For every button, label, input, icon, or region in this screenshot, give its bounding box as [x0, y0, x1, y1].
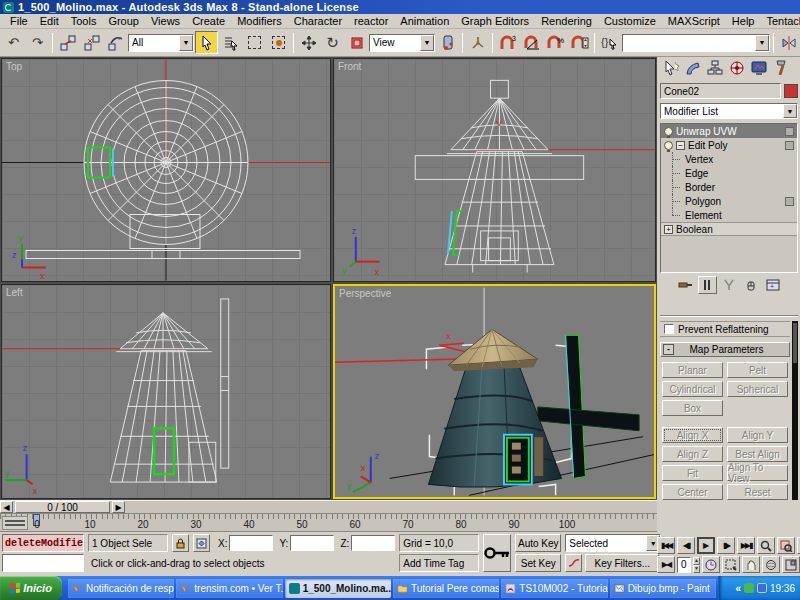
listener-output-line[interactable]: deleteModifie — [2, 534, 84, 552]
modify-tab-icon[interactable] — [682, 58, 703, 78]
modifier-color-box[interactable] — [785, 127, 794, 136]
taskbar-item-folder[interactable]: Tutorial Pere comas 3d — [393, 579, 499, 598]
motion-tab-icon[interactable] — [726, 58, 747, 78]
menu-group[interactable]: Group — [102, 15, 145, 27]
spherical-button[interactable]: Spherical — [727, 381, 788, 397]
align-to-view-button[interactable]: Align To View — [727, 465, 788, 481]
viewport-perspective-label[interactable]: Perspective — [339, 288, 391, 299]
reference-coordinate-dropdown[interactable]: View ▼ — [369, 34, 435, 52]
visibility-bulb-icon[interactable] — [664, 127, 673, 136]
track-bar[interactable]: 0 10 20 30 40 50 60 70 80 90 100 — [0, 514, 657, 532]
menu-modifiers[interactable]: Modifiers — [231, 15, 288, 27]
taskbar-item-forum-notification[interactable]: Notificación de resp... — [68, 579, 174, 598]
stack-subitem-edge[interactable]: Edge — [661, 166, 797, 180]
stack-subitem-vertex[interactable]: Vertex — [661, 152, 797, 166]
spinner-snap-icon[interactable] — [568, 31, 591, 54]
best-align-button[interactable]: Best Align — [727, 446, 788, 462]
zoom-all-icon[interactable] — [777, 537, 795, 554]
utilities-tab-icon[interactable] — [770, 58, 791, 78]
named-selection-sets-icon[interactable]: {} — [598, 31, 621, 54]
default-in-out-tangent-icon[interactable] — [565, 554, 582, 572]
cylindrical-button[interactable]: Cylindrical — [662, 381, 723, 397]
x-coordinate-field[interactable] — [229, 535, 273, 551]
chevron-down-icon[interactable]: ▼ — [420, 35, 434, 51]
map-parameters-rollout-header[interactable]: - Map Parameters — [660, 342, 790, 357]
chevron-down-icon[interactable]: ▼ — [783, 104, 797, 118]
set-keys-key-icon[interactable] — [483, 534, 511, 572]
make-unique-icon[interactable] — [720, 276, 739, 294]
absolute-mode-transform-icon[interactable] — [193, 534, 210, 552]
menu-create[interactable]: Create — [186, 15, 231, 27]
min-max-toggle-icon[interactable] — [782, 556, 800, 573]
menu-file[interactable]: File — [4, 15, 34, 27]
rectangular-selection-region-icon[interactable] — [243, 31, 266, 54]
panel-scrollbar[interactable] — [792, 321, 798, 500]
align-y-button[interactable]: Align Y — [727, 427, 788, 443]
create-tab-icon[interactable] — [660, 58, 681, 78]
start-button[interactable]: Inicio — [0, 576, 62, 600]
region-zoom-icon[interactable] — [722, 556, 740, 573]
add-time-tag[interactable]: Add Time Tag — [399, 554, 479, 572]
select-and-move-icon[interactable] — [297, 31, 320, 54]
previous-frame-icon[interactable]: ◀▮ — [677, 537, 695, 554]
expand-icon[interactable]: + — [664, 225, 673, 234]
collapse-rollout-icon[interactable]: - — [663, 344, 674, 355]
tray-network-icon[interactable] — [757, 583, 767, 593]
listener-input-line[interactable] — [2, 554, 84, 572]
menu-character[interactable]: Character — [288, 15, 348, 27]
pelt-button[interactable]: Pelt — [727, 362, 788, 378]
taskbar-item-trensim[interactable]: trensim.com • Ver T... — [176, 579, 282, 598]
next-frame-icon[interactable]: ▮▶ — [717, 537, 735, 554]
align-x-button[interactable]: Align X — [662, 427, 723, 443]
time-slider-button[interactable]: 0 / 100 — [15, 501, 110, 513]
stack-subitem-border[interactable]: Border — [661, 180, 797, 194]
menu-customize[interactable]: Customize — [598, 15, 662, 27]
viewport-left[interactable]: Left — [1, 284, 331, 499]
select-by-name-icon[interactable] — [219, 31, 242, 54]
play-animation-icon[interactable]: ▶ — [697, 537, 715, 554]
angle-snap-icon[interactable] — [520, 31, 543, 54]
named-selection-dropdown[interactable]: ▼ — [622, 34, 770, 52]
taskbar-item-paint[interactable]: Dibujo.bmp - Paint — [610, 579, 716, 598]
prevent-reflattening-checkbox[interactable] — [664, 324, 674, 334]
menu-maxscript[interactable]: MAXScript — [662, 15, 726, 27]
viewport-perspective[interactable]: Perspective — [333, 284, 656, 499]
box-button[interactable]: Box — [662, 400, 723, 416]
selection-lock-icon[interactable] — [172, 534, 189, 552]
key-mode-toggle-icon[interactable]: ▶◀ — [657, 556, 675, 573]
show-end-result-icon[interactable] — [698, 276, 717, 294]
viewport-front-label[interactable]: Front — [338, 61, 361, 72]
pin-stack-icon[interactable] — [676, 276, 695, 294]
collapse-icon[interactable]: − — [676, 141, 685, 150]
prevent-reflattening-row[interactable]: Prevent Reflattening — [660, 321, 790, 337]
pan-view-icon[interactable] — [742, 556, 760, 573]
window-crossing-toggle-icon[interactable] — [267, 31, 290, 54]
zoom-icon[interactable] — [757, 537, 775, 554]
center-button[interactable]: Center — [662, 484, 723, 500]
next-frame-arrow-icon[interactable]: ▶ — [112, 501, 125, 513]
key-filters-button[interactable]: Key Filters... — [585, 554, 659, 572]
key-mode-dropdown[interactable]: Selected ▼ — [565, 534, 661, 552]
time-spinner[interactable]: ▲▼ — [693, 557, 700, 573]
object-name-field[interactable]: Cone02 — [660, 83, 781, 99]
align-z-button[interactable]: Align Z — [662, 446, 723, 462]
planar-button[interactable]: Planar — [662, 362, 723, 378]
reset-button[interactable]: Reset — [727, 484, 788, 500]
menu-help[interactable]: Help — [726, 15, 761, 27]
menu-animation[interactable]: Animation — [394, 15, 455, 27]
select-and-link-icon[interactable] — [56, 31, 79, 54]
previous-frame-arrow-icon[interactable]: ◀ — [0, 501, 13, 513]
object-color-swatch[interactable] — [784, 84, 798, 98]
undo-icon[interactable]: ↶ — [2, 31, 25, 54]
taskbar-item-pdf[interactable]: TS10M002 - Tutorial ... — [501, 579, 607, 598]
menu-reactor[interactable]: reactor — [348, 15, 394, 27]
z-coordinate-field[interactable] — [351, 535, 395, 551]
configure-modifier-sets-icon[interactable]: + — [764, 276, 783, 294]
time-configuration-icon[interactable] — [702, 556, 720, 573]
display-tab-icon[interactable] — [748, 58, 769, 78]
y-coordinate-field[interactable] — [290, 535, 334, 551]
selection-filter-dropdown[interactable]: All ▼ — [128, 34, 194, 52]
menu-rendering[interactable]: Rendering — [535, 15, 598, 27]
taskbar-item-3dsmax-active[interactable]: 1_500_Molino.ma... — [285, 579, 391, 598]
modifier-list-dropdown[interactable]: Modifier List ▼ — [660, 103, 798, 119]
